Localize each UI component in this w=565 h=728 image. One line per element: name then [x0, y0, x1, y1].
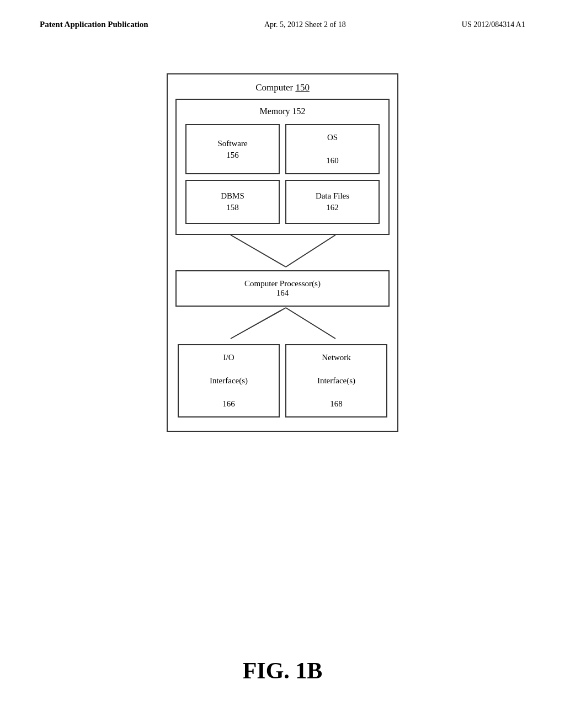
- svg-line-2: [231, 308, 286, 339]
- svg-line-3: [286, 308, 335, 339]
- svg-line-0: [231, 235, 286, 267]
- connector-processor-io: [175, 307, 390, 340]
- svg-line-1: [286, 235, 335, 267]
- page-header: Patent Application Publication Apr. 5, 2…: [0, 0, 565, 40]
- datafiles-box: Data Files 162: [285, 180, 380, 224]
- io-network-grid: I/O Interface(s) 166 Network Interface(s…: [175, 342, 390, 420]
- memory-title: Memory 152: [183, 106, 382, 116]
- software-box: Software 156: [185, 124, 280, 174]
- computer-title: Computer 150: [175, 82, 390, 93]
- network-box: Network Interface(s) 168: [285, 344, 387, 417]
- publication-label: Patent Application Publication: [40, 20, 148, 29]
- memory-box: Memory 152 Software 156 OS 160 DBMS 158: [175, 99, 390, 235]
- diagram-wrapper: Computer 150 Memory 152 Software 156 OS …: [167, 73, 398, 432]
- patent-number-label: US 2012/084314 A1: [462, 20, 525, 29]
- io-box: I/O Interface(s) 166: [178, 344, 280, 417]
- memory-inner-grid: Software 156 OS 160 DBMS 158 Data Files …: [183, 122, 382, 226]
- date-sheet-label: Apr. 5, 2012 Sheet 2 of 18: [264, 20, 346, 29]
- processor-box: Computer Processor(s) 164: [175, 270, 390, 307]
- os-box: OS 160: [285, 124, 380, 174]
- computer-box: Computer 150 Memory 152 Software 156 OS …: [167, 73, 398, 432]
- diagram-area: Computer 150 Memory 152 Software 156 OS …: [0, 40, 565, 432]
- dbms-box: DBMS 158: [185, 180, 280, 224]
- connector-memory-processor: [175, 235, 390, 268]
- figure-label: FIG. 1B: [0, 657, 565, 684]
